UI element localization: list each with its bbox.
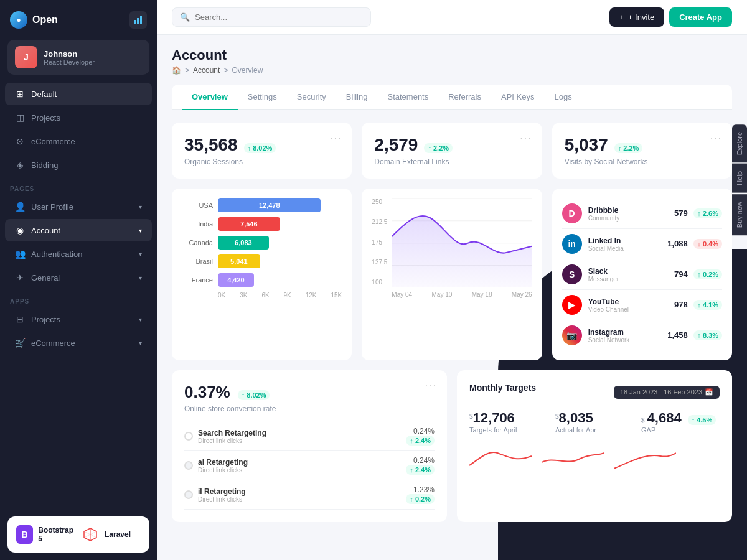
user-card[interactable]: J Johnson React Developer (7, 40, 149, 75)
bar-brasil: 5,041 (218, 254, 260, 268)
slack-icon: S (562, 264, 582, 284)
promo-card: B Bootstrap 5 Laravel (7, 516, 149, 553)
line-chart-card: 250 212.5 175 137.5 100 (362, 189, 542, 360)
youtube-icon: ▶ (562, 295, 582, 315)
bar-usa: 12,478 (218, 198, 321, 212)
organic-badge: ↑ 8.02% (244, 143, 276, 153)
sidebar-item-user-profile[interactable]: 👤 User Profile ▾ (5, 195, 152, 218)
apps-section-label: APPS (0, 289, 157, 307)
conversion-rows: Search Retargeting Direct link clicks 0.… (184, 422, 435, 510)
dribbble-icon: D (562, 203, 582, 223)
mini-chart-2 (542, 444, 604, 475)
stat-card-domain: 2,579 ↑ 2.2% Domain External Links ··· (362, 123, 542, 179)
sidebar-item-account[interactable]: ◉ Account ▾ (5, 219, 152, 241)
bar-row-brasil: Brasil 5,041 (182, 254, 342, 268)
targets-title: Monthly Targets (469, 383, 536, 393)
social-item-instagram: 📷 Instagram Social Network 1,458 ↑ 8.3% (562, 320, 722, 350)
explore-button[interactable]: Explore (732, 124, 747, 162)
user-profile-icon: 👤 (15, 202, 25, 212)
bar-canada: 6,083 (218, 236, 269, 250)
main-content: 🔍 + + Invite Create App Account 🏠 > Acco… (157, 0, 747, 560)
tab-statements[interactable]: Statements (377, 85, 438, 110)
organic-value: 35,568 (184, 135, 238, 155)
tab-logs[interactable]: Logs (544, 85, 581, 110)
more-options-icon[interactable]: ··· (710, 133, 722, 144)
create-app-button[interactable]: Create App (669, 7, 732, 27)
svg-rect-1 (137, 18, 139, 24)
stats-icon[interactable] (129, 11, 147, 29)
row-selector[interactable] (184, 432, 193, 441)
social-item-linkedin: in Linked In Social Media 1,088 ↓ 0.4% (562, 229, 722, 259)
breadcrumb-overview: Overview (232, 66, 263, 75)
tab-settings[interactable]: Settings (238, 85, 287, 110)
x-axis-labels: May 04 May 10 May 18 May 26 (392, 291, 532, 298)
avatar: J (15, 46, 37, 68)
home-icon[interactable]: 🏠 (172, 66, 181, 75)
domain-badge: ↑ 2.2% (424, 143, 453, 153)
sidebar-item-apps-ecommerce[interactable]: 🛒 eCommerce ▾ (5, 332, 152, 354)
chevron-down-icon: ▾ (139, 227, 142, 234)
pages-section-label: PAGES (0, 177, 157, 195)
nav-item-bidding[interactable]: ◈ Bidding (5, 154, 152, 176)
nav-item-default[interactable]: ⊞ Default (5, 83, 152, 105)
sidebar-item-apps-projects[interactable]: ⊟ Projects ▾ (5, 308, 152, 330)
row-selector[interactable] (184, 490, 193, 499)
social-value: 5,037 (565, 135, 608, 155)
social-item-slack: S Slack Messanger 794 ↑ 0.2% (562, 259, 722, 290)
bar-row-canada: Canada 6,083 (182, 236, 342, 250)
conversion-value: 0.37% (184, 383, 230, 402)
nav-item-ecommerce[interactable]: ⊙ eCommerce (5, 130, 152, 152)
help-button[interactable]: Help (732, 164, 747, 193)
bar-india: 7,546 (218, 217, 280, 231)
breadcrumb-account[interactable]: Account (193, 66, 220, 75)
search-box[interactable]: 🔍 (172, 7, 371, 27)
buy-now-button[interactable]: Buy now (732, 194, 747, 235)
bar-france: 4,420 (218, 273, 254, 287)
tab-referrals[interactable]: Referrals (438, 85, 491, 110)
domain-label: Domain External Links (374, 157, 529, 166)
more-options-icon[interactable]: ··· (520, 133, 532, 144)
search-input[interactable] (195, 12, 363, 22)
charts-row: USA 12,478 India 7,546 Canada (172, 189, 732, 360)
tab-overview[interactable]: Overview (182, 85, 238, 110)
more-options-icon[interactable]: ··· (330, 133, 342, 144)
tab-api-keys[interactable]: API Keys (491, 85, 544, 110)
linkedin-icon: in (562, 234, 582, 254)
more-options-icon[interactable]: ··· (425, 380, 437, 391)
conv-row-il: il Retargeting Direct link clicks 1.23% … (184, 480, 435, 510)
conv-row-al: al Retargeting Direct link clicks 0.24% … (184, 451, 435, 480)
stat-card-social: 5,037 ↑ 2.2% Visits by Social Networks ·… (552, 123, 732, 179)
target-actual: $8,035 Actual for Apr (555, 410, 634, 434)
bootstrap-icon: B (16, 525, 33, 544)
laravel-label: Laravel (105, 530, 131, 539)
target-gap: $ 4,684 ↑ 4.5% GAP (641, 410, 720, 434)
row-selector[interactable] (184, 461, 193, 470)
conv-row-search: Search Retargeting Direct link clicks 0.… (184, 422, 435, 451)
mini-charts (469, 444, 720, 475)
mini-chart-1 (469, 444, 532, 475)
tab-billing[interactable]: Billing (336, 85, 378, 110)
search-icon: 🔍 (180, 12, 190, 22)
monthly-targets-card: Monthly Targets 18 Jan 2023 - 16 Feb 202… (457, 370, 732, 522)
sidebar-item-authentication[interactable]: 👥 Authentication ▾ (5, 243, 152, 265)
sidebar: ● Open J Johnson React Developer ⊞ Defau… (0, 0, 157, 560)
user-name: Johnson (44, 49, 95, 58)
nav-item-projects[interactable]: ◫ Projects (5, 106, 152, 129)
social-badge: ↑ 2.2% (614, 143, 643, 153)
laravel-icon (81, 525, 100, 544)
social-networks-card: D Dribbble Community 579 ↑ 2.6% (552, 189, 732, 360)
instagram-icon: 📷 (562, 325, 582, 345)
chevron-down-icon: ▾ (139, 203, 142, 210)
invite-button[interactable]: + + Invite (609, 7, 664, 27)
sidebar-item-general[interactable]: ✈ General ▾ (5, 266, 152, 289)
target-april: $12,706 Targets for April (469, 410, 548, 434)
plus-icon: + (619, 12, 624, 22)
side-actions: Explore Help Buy now (732, 124, 747, 235)
tab-security[interactable]: Security (287, 85, 336, 110)
ecommerce-icon: ⊙ (15, 136, 25, 146)
organic-label: Organic Sessions (184, 157, 339, 166)
conversion-card: 0.37% ↑ 8.02% Online store convertion ra… (172, 370, 447, 522)
social-label: Visits by Social Networks (565, 157, 720, 166)
tabs-bar: Overview Settings Security Billing State… (172, 85, 732, 110)
line-chart: 250 212.5 175 137.5 100 (372, 198, 532, 298)
